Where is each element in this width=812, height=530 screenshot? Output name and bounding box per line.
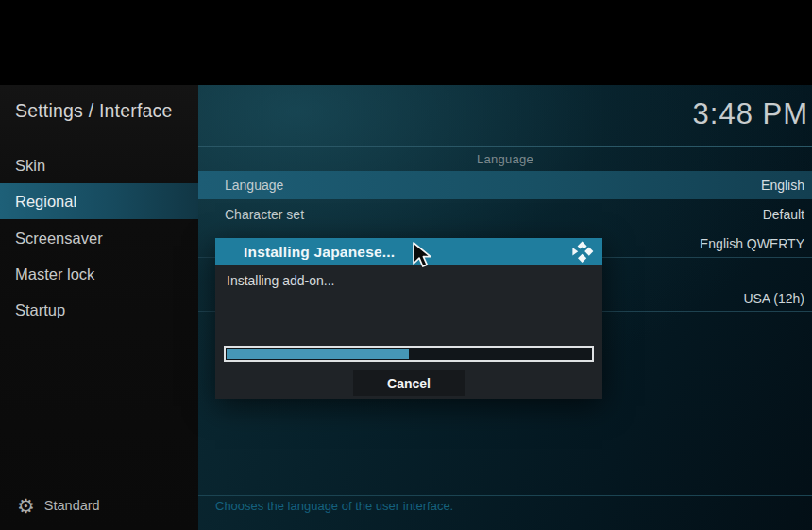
kodi-screen: Settings / Interface Skin Regional Scree… [0,0,812,530]
sidebar-item-screensaver[interactable]: Screensaver [0,220,198,256]
setting-row-language[interactable]: Language English [198,171,812,199]
progress-bar [224,346,594,362]
sidebar-item-label: Skin [15,157,45,175]
clock: 3:48 PM [693,97,808,131]
setting-value: English [761,178,804,193]
sidebar-item-label: Startup [15,301,65,319]
install-progress-dialog: Installing Japanese... Installing add-on… [215,238,602,399]
profile-label: Standard [44,498,100,513]
sidebar-item-label: Screensaver [15,230,103,248]
dialog-title: Installing Japanese... [244,244,395,261]
category-header: Language [198,147,812,170]
setting-help-text: Chooses the language of the user interfa… [215,499,804,513]
sidebar-item-startup[interactable]: Startup [0,292,198,328]
divider [198,495,812,496]
progress-fill [227,349,409,359]
setting-label: Language [225,178,283,193]
dialog-status-text: Installing add-on... [227,273,334,288]
sidebar-item-skin[interactable]: Skin [0,147,198,183]
gear-icon: ⚙ [17,496,35,516]
profile-button[interactable]: ⚙ Standard [17,492,100,519]
cancel-button[interactable]: Cancel [353,370,465,396]
sidebar-item-master-lock[interactable]: Master lock [0,256,198,292]
sidebar-item-regional[interactable]: Regional [0,183,198,219]
kodi-logo-icon [569,239,596,268]
sidebar-item-label: Master lock [15,265,94,283]
setting-label: Character set [225,207,304,222]
setting-value: Default [763,207,804,222]
setting-value: USA (12h) [743,291,804,306]
setting-row-character-set[interactable]: Character set Default [198,200,812,229]
setting-value: English QWERTY [700,236,804,251]
page-title: Settings / Interface [15,100,204,122]
sidebar-item-label: Regional [15,193,76,211]
dialog-header: Installing Japanese... [215,238,602,265]
